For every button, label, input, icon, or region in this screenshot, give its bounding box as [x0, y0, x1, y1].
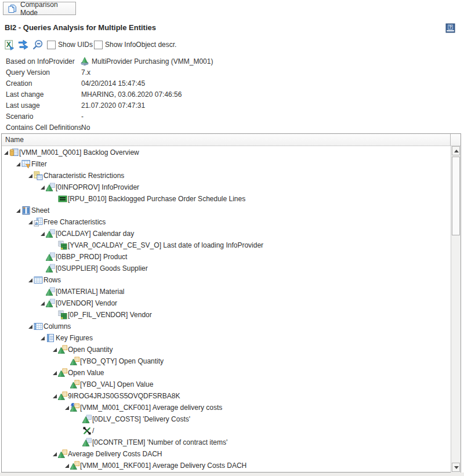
- expand-arrow-icon[interactable]: [4, 151, 8, 155]
- char-restrictions-icon: [34, 171, 43, 180]
- tree-row-label: [0VENDOR] Vendor: [56, 297, 117, 309]
- tree-row-label: [0DLV_COSTS] 'Delivery Costs': [92, 413, 190, 425]
- expand-arrow-icon[interactable]: [53, 371, 57, 375]
- tree-row[interactable]: [VMM_M001_RKF001] Average Delivery Costs…: [2, 460, 451, 471]
- tree-row-label: [0SUPPLIER] Goods Supplier: [56, 263, 148, 274]
- expand-arrow-icon[interactable]: [16, 209, 20, 213]
- expand-arrow-icon[interactable]: [41, 301, 45, 306]
- tree-row[interactable]: [YBO_QTY] Open Quantity: [2, 355, 451, 367]
- expand-arrow-icon[interactable]: [41, 232, 45, 236]
- up-arrow-icon: [454, 150, 459, 152]
- restriction-value-icon: [58, 194, 67, 204]
- tree-row[interactable]: /: [2, 425, 451, 437]
- tree-row[interactable]: [YBO_VAL] Open Value: [2, 379, 451, 390]
- operator-icon: [82, 426, 92, 435]
- tree-row[interactable]: [VMM_M001_Q001] Backlog Overview: [2, 147, 451, 158]
- expand-arrow-icon[interactable]: [28, 174, 32, 178]
- tree-row[interactable]: Sheet: [2, 205, 451, 216]
- query-tree-panel: Name [VMM_M001_Q001] Backlog OverviewFil…: [1, 133, 461, 473]
- characteristic-icon: [46, 264, 55, 273]
- details-label: Last usage: [6, 100, 40, 111]
- tree-row[interactable]: Open Value: [2, 367, 451, 379]
- expand-arrow-icon[interactable]: [16, 162, 20, 166]
- zoom-out-icon[interactable]: [32, 39, 44, 50]
- help-icon[interactable]: [445, 23, 455, 33]
- expand-arrow-icon[interactable]: [28, 220, 32, 224]
- page-bottom-margin: [0, 473, 464, 476]
- excel-export-icon[interactable]: [3, 39, 14, 50]
- multiprovider-icon: [80, 57, 89, 66]
- expand-arrow-icon[interactable]: [53, 348, 57, 352]
- details-value: MultiProvider Purchasing (VMM_M001): [92, 56, 213, 67]
- expand-arrow-icon[interactable]: [41, 336, 45, 340]
- tree-row-label: /: [92, 425, 94, 437]
- copy-pages-icon: [8, 4, 17, 13]
- tree-row[interactable]: Rows: [2, 274, 451, 286]
- filter-icon: [21, 159, 31, 169]
- key-figure-icon: [58, 391, 67, 401]
- details-label: Last change: [6, 89, 44, 100]
- show-uids-checkbox[interactable]: [47, 41, 56, 49]
- comparison-mode-label: Comparison Mode: [20, 1, 75, 17]
- tree-row[interactable]: Characteristic Restrictions: [2, 170, 451, 181]
- tree-row[interactable]: [2, 471, 451, 472]
- key-figure-icon: [58, 449, 67, 459]
- expand-arrow-icon[interactable]: [28, 325, 32, 329]
- tree-row-label: [RPU_B010] Backlogged Purchase Order Sch…: [68, 193, 245, 205]
- tree-row[interactable]: [RPU_B010] Backlogged Purchase Order Sch…: [2, 193, 451, 205]
- tree-row[interactable]: [0BBP_PROD] Product: [2, 251, 451, 263]
- tree-row[interactable]: Key Figures: [2, 332, 451, 344]
- tree-row-label: Filter: [31, 158, 47, 170]
- name-column-header: Name: [5, 134, 24, 146]
- expand-arrow-icon[interactable]: [65, 406, 69, 410]
- tree-row[interactable]: [0MATERIAL] Material: [2, 286, 451, 297]
- tree-row-label: [0CALDAY] Calendar day: [56, 228, 134, 239]
- expand-arrow-icon[interactable]: [65, 464, 69, 468]
- variable-icon: [58, 241, 67, 250]
- tree-row[interactable]: [0SUPPLIER] Goods Supplier: [2, 263, 451, 274]
- vertical-scrollbar[interactable]: [451, 146, 461, 473]
- tree-row[interactable]: Open Quantity: [2, 344, 451, 355]
- show-infoobject-descr-checkbox[interactable]: [94, 41, 103, 49]
- details-label: Based on InfoProvider: [6, 56, 75, 67]
- key-figure-icon: [58, 345, 67, 354]
- scrollbar-thumb[interactable]: [452, 157, 460, 235]
- tree-row[interactable]: [0DLV_COSTS] 'Delivery Costs': [2, 413, 451, 425]
- tree-row[interactable]: [0CALDAY] Calendar day: [2, 228, 451, 239]
- tree-row[interactable]: [0VENDOR] Vendor: [2, 297, 451, 309]
- tree-row[interactable]: Average Delivery Costs DACH: [2, 448, 451, 460]
- tree-row[interactable]: Filter: [2, 158, 451, 170]
- tree-row[interactable]: [YVAR_0CALDAY_CE_SV_O] Last date of load…: [2, 239, 451, 251]
- expand-arrow-icon[interactable]: [28, 278, 32, 282]
- expand-arrow-icon[interactable]: [53, 394, 57, 398]
- tree-row[interactable]: [0INFOPROV] InfoProvider: [2, 181, 451, 193]
- transfer-icon[interactable]: [18, 39, 29, 50]
- tree-row-label: [0CONTR_ITEM] 'Number of contract items': [92, 437, 227, 448]
- query-icon: [9, 148, 19, 157]
- details-value: No: [81, 122, 90, 133]
- expand-arrow-icon[interactable]: [41, 186, 45, 190]
- tree-row[interactable]: [0CONTR_ITEM] 'Number of contract items': [2, 437, 451, 448]
- tree-row-label: Characteristic Restrictions: [44, 170, 124, 181]
- details-value: 04/20/2014 15:47:45: [81, 78, 145, 89]
- tree-row[interactable]: 9IROG4JRJS0GS5OVQDFSRBA8K: [2, 390, 451, 402]
- scroll-up-button[interactable]: [452, 146, 460, 155]
- tree-row-label: [YVAR_0CALDAY_CE_SV_O] Last date of load…: [68, 239, 263, 251]
- variable-icon: [58, 310, 67, 319]
- details-label: Creation: [6, 78, 32, 89]
- key-figure-icon: [70, 380, 79, 389]
- tree-row[interactable]: Free Characteristics: [2, 216, 451, 228]
- expand-arrow-icon[interactable]: [53, 452, 57, 456]
- characteristic-icon: [82, 415, 92, 424]
- tree-column-header[interactable]: Name: [2, 134, 461, 146]
- rows-icon: [34, 275, 43, 285]
- tree-row[interactable]: Columns: [2, 321, 451, 332]
- comparison-mode-button[interactable]: Comparison Mode: [3, 2, 76, 15]
- tree-row-label: Open Quantity: [68, 344, 113, 355]
- tree-row-label: Columns: [44, 321, 71, 332]
- characteristic-icon: [82, 438, 92, 447]
- tree-row[interactable]: [VMM_M001_CKF001] Average delivery costs: [2, 402, 451, 413]
- tree-row[interactable]: [0P_FIL_VENDOR] Vendor: [2, 309, 451, 321]
- tree-row-label: [0INFOPROV] InfoProvider: [56, 181, 139, 193]
- scroll-down-button[interactable]: [452, 463, 460, 472]
